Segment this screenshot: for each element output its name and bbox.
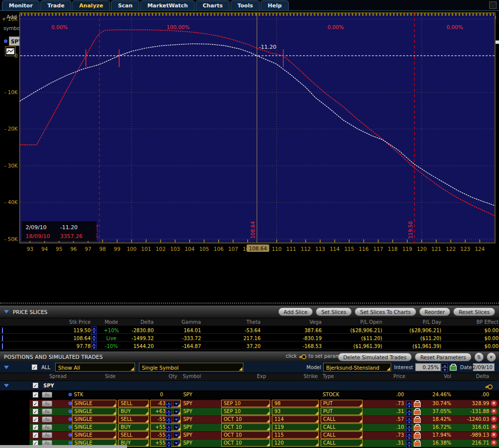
reset-parameters-button[interactable]: Reset Parameters [415,353,471,361]
exp-select[interactable]: SEP 10 [221,408,270,415]
spread-select[interactable]: SINGLE [72,431,116,439]
show-filter-select[interactable]: Show All [55,363,135,372]
analyze-row-icon[interactable]: Av [42,416,52,422]
price-slice-row[interactable]: 119.50+10%-2830.80164.01-53.64387.66($28… [0,326,499,334]
group-wrench-icon[interactable] [485,384,492,388]
price-lock-icon[interactable] [414,440,420,447]
interest-stepper[interactable] [441,363,448,372]
side-select[interactable]: SELL [118,415,149,423]
row-checkbox[interactable]: ✓ [33,432,38,438]
symbol-group-row[interactable]: ✓ SPY [0,381,499,390]
col-qty[interactable]: Qty [148,374,177,379]
delete-row-icon[interactable]: ✕ [491,416,497,422]
interest-input[interactable]: 0.25% [415,363,441,371]
strike-select[interactable]: 119 [272,423,319,431]
qty-field[interactable]: +55 [150,423,181,431]
qty-dropdown-icon[interactable] [173,424,178,430]
row-checkbox[interactable]: ✓ [33,424,38,430]
option-position-row[interactable]: ✓AvSINGLESELL-55SPYOCT 10114CALL.5718.42… [0,415,499,423]
spread-select[interactable]: SINGLE [72,423,116,431]
delete-row-icon[interactable]: ✕ [491,400,497,407]
type-select[interactable]: CALL [321,423,363,431]
type-select[interactable]: CALL [321,415,363,423]
delete-simulated-trades-button[interactable]: Delete Simulated Trades [338,353,412,361]
analyze-row-icon[interactable]: Av [42,409,52,414]
collapse-triangle-icon[interactable] [4,310,9,313]
spread-select[interactable]: SINGLE [72,400,116,407]
exp-select[interactable]: OCT 10 [221,431,270,439]
spread-select[interactable]: SINGLE [72,415,116,423]
col-type[interactable]: Type [323,374,334,379]
collapse-all-icon[interactable]: » [487,352,496,362]
price-slice-row[interactable]: 108.64Live-1499.32-333.72217.16-830.19($… [0,334,499,342]
delete-row-icon[interactable]: ✕ [491,408,497,414]
qty-field[interactable]: -63 [150,400,181,407]
type-select[interactable]: CALL [321,431,363,439]
qty-field[interactable]: -55 [150,431,181,439]
qty-dropdown-icon[interactable] [173,416,178,422]
delete-row-icon[interactable]: ✕ [491,440,497,446]
col-spread[interactable]: Spread [49,374,67,379]
col-vol[interactable]: Vol [422,374,451,379]
qty-dropdown-icon[interactable] [173,440,178,446]
type-select[interactable]: PUT [321,400,363,407]
reorder-button[interactable]: Reorder [419,308,450,316]
exp-select[interactable]: OCT 10 [221,439,270,447]
option-position-row[interactable]: ✓AvSINGLESELL-55SPYOCT 10115CALL.7317.94… [0,431,499,439]
chart-svg[interactable]: + 10K0- 10K- 20K- 30K- 40K- 50K97.78119.… [0,0,499,256]
col-delta[interactable]: Delta [460,374,489,379]
qty-stepper[interactable] [166,441,171,448]
risk-profile-chart[interactable]: DRAG CHART TO PAN DRAG PRICES TO CHANGE … [0,0,499,302]
strike-select[interactable]: 114 [272,415,319,423]
model-select[interactable]: Bjerksund-Stensland [323,363,391,372]
row-checkbox[interactable]: ✓ [33,409,38,414]
option-position-row[interactable]: ✓AvSINGLEBUY+63SPYSEP 1093PUT.3137.05%-1… [0,408,499,415]
analyze-row-icon[interactable]: Av [42,424,52,430]
chart-plot-area[interactable]: + 10K0- 10K- 20K- 30K- 40K- 50K97.78119.… [0,0,499,257]
col-symbol[interactable]: Symbol [183,374,201,379]
price-stepper[interactable] [406,440,412,448]
group-collapse-icon[interactable] [4,366,9,369]
strike-select[interactable]: 98 [272,400,319,407]
strike-select[interactable]: 120 [272,439,319,447]
qty-field[interactable]: -55 [150,415,181,423]
type-select[interactable]: CALL [321,439,363,447]
analyze-row-icon[interactable]: Av [42,401,52,407]
price-lock-icon[interactable] [414,408,420,415]
qty-dropdown-icon[interactable] [173,401,178,406]
delete-row-icon[interactable]: ✕ [491,432,497,438]
col-price[interactable]: Price [376,374,405,379]
side-select[interactable]: BUY [118,423,149,431]
analyze-row-icon[interactable]: Av [42,392,52,398]
price-lock-icon[interactable] [414,432,420,439]
qty-field[interactable]: +55 [150,439,181,447]
col-side[interactable]: Side [105,374,116,379]
price-lock-icon[interactable] [414,400,420,407]
analyze-row-icon[interactable]: Av [42,432,52,438]
exp-select[interactable]: SEP 10 [221,400,270,407]
trade-date-input[interactable]: 2/09/10 [473,363,495,371]
side-select[interactable]: BUY [118,408,149,415]
price-lock-icon[interactable] [414,416,420,423]
type-select[interactable]: PUT [321,408,363,415]
side-select[interactable]: SELL [118,431,149,439]
slice-price-stepper[interactable] [91,342,97,349]
exp-select[interactable]: OCT 10 [221,415,270,423]
slice-price-stepper[interactable] [91,334,97,342]
row-checkbox[interactable]: ✓ [33,401,38,407]
bottom-scroll-strip[interactable] [0,445,127,448]
col-exp[interactable]: Exp [236,374,266,379]
row-checkbox[interactable]: ✓ [33,392,38,398]
qty-dropdown-icon[interactable] [173,409,178,414]
transfer-icon[interactable]: ⇅ [474,352,484,362]
symbol-collapse-icon[interactable] [4,384,9,387]
add-slice-button[interactable]: Add Slice [278,308,313,316]
strike-select[interactable]: 93 [272,408,319,415]
strike-select[interactable]: 115 [272,431,319,439]
col-strike[interactable]: Strike [288,374,318,379]
option-position-row[interactable]: ✓AvSINGLESELL-63SPYSEP 1098PUT.7330.74%3… [0,400,499,408]
symbol-scope-select[interactable]: Single Symbol [139,363,243,372]
stock-position-row[interactable]: ✓AvSTK0SPYSTOCK.0024.46%.00 [0,391,499,399]
symbol-group-checkbox[interactable]: ✓ [33,382,38,388]
exp-select[interactable]: OCT 10 [221,423,270,431]
